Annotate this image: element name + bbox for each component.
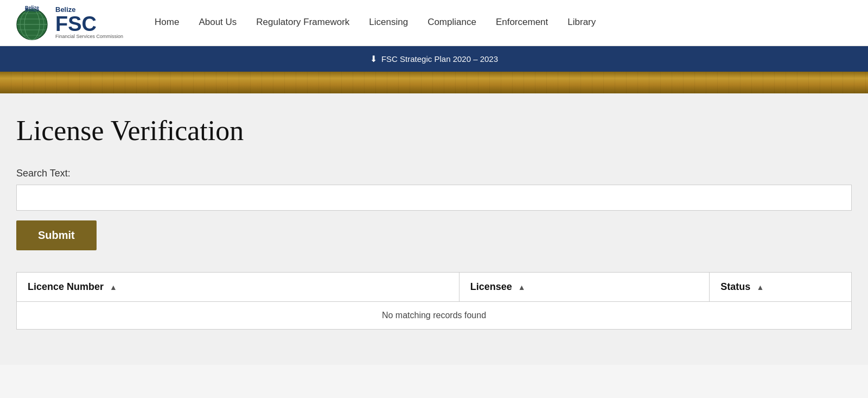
col-header-licence-number[interactable]: Licence Number ▲ xyxy=(17,273,459,302)
table-body: No matching records found xyxy=(17,302,852,330)
col-status-label: Status xyxy=(720,281,750,292)
search-input[interactable] xyxy=(16,185,852,211)
download-icon: ⬇ xyxy=(370,54,377,64)
fsc-logo-icon: Belize Belize xyxy=(13,4,51,42)
search-label: Search Text: xyxy=(16,168,852,179)
col-header-status[interactable]: Status ▲ xyxy=(710,273,852,302)
nav-regulatory-framework[interactable]: Regulatory Framework xyxy=(246,0,359,46)
col-licensee-label: Licensee xyxy=(470,281,512,292)
nav-about-us[interactable]: About Us xyxy=(189,0,246,46)
col-status-sort-icon: ▲ xyxy=(756,283,764,292)
site-header: Belize Belize Belize FSC Financial Servi… xyxy=(0,0,868,46)
empty-row: No matching records found xyxy=(17,302,852,330)
col-header-licensee[interactable]: Licensee ▲ xyxy=(459,273,710,302)
wood-strip-decoration xyxy=(0,72,868,93)
banner-text: FSC Strategic Plan 2020 – 2023 xyxy=(381,54,498,64)
results-table: Licence Number ▲ Licensee ▲ Status ▲ No … xyxy=(16,272,852,330)
nav-licensing[interactable]: Licensing xyxy=(359,0,418,46)
logo-subtext: Financial Services Commission xyxy=(55,34,123,40)
page-title: License Verification xyxy=(16,115,852,146)
svg-text:Belize: Belize xyxy=(25,5,39,10)
strategic-plan-banner[interactable]: ⬇ FSC Strategic Plan 2020 – 2023 xyxy=(0,46,868,72)
nav-enforcement[interactable]: Enforcement xyxy=(486,0,558,46)
col-licence-sort-icon: ▲ xyxy=(110,283,117,292)
col-licensee-sort-icon: ▲ xyxy=(518,283,526,292)
nav-library[interactable]: Library xyxy=(558,0,605,46)
main-content: License Verification Search Text: Submit… xyxy=(0,93,868,365)
submit-button[interactable]: Submit xyxy=(16,220,97,250)
logo-fsc-text: FSC xyxy=(55,14,97,34)
logo[interactable]: Belize Belize Belize FSC Financial Servi… xyxy=(13,4,123,42)
col-licence-label: Licence Number xyxy=(28,281,104,292)
table-header: Licence Number ▲ Licensee ▲ Status ▲ xyxy=(17,273,852,302)
empty-message: No matching records found xyxy=(17,302,852,330)
nav-compliance[interactable]: Compliance xyxy=(418,0,486,46)
main-nav: Home About Us Regulatory Framework Licen… xyxy=(145,0,605,46)
nav-home[interactable]: Home xyxy=(145,0,189,46)
